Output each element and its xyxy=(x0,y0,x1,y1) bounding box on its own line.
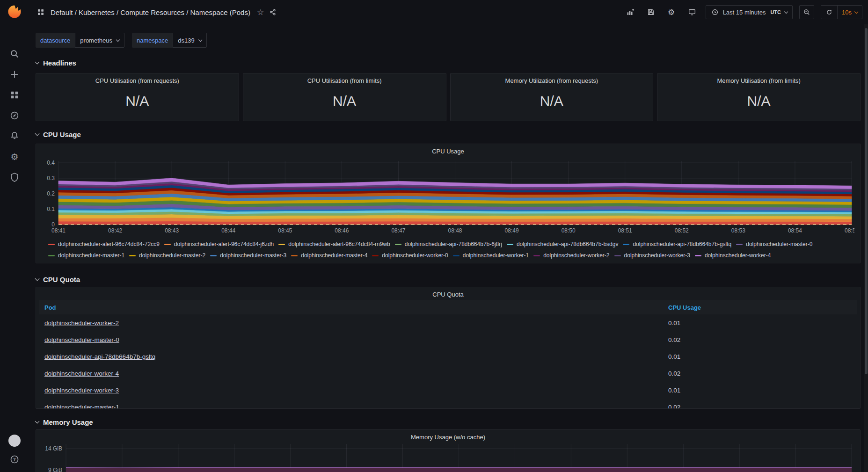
svg-text:08:51: 08:51 xyxy=(618,227,632,234)
dashboards-icon[interactable] xyxy=(9,90,20,100)
clock-icon xyxy=(711,8,719,16)
section-header-cpu-usage[interactable]: CPU Usage xyxy=(36,130,861,139)
legend-item[interactable]: dolphinscheduler-alert-96c74dc84-rn9wb xyxy=(278,239,390,250)
zoom-out-button[interactable] xyxy=(799,5,814,19)
breadcrumb[interactable]: Default / Kubernetes / Compute Resources… xyxy=(51,8,250,16)
legend-series-label: dolphinscheduler-master-4 xyxy=(301,250,367,261)
cpu-usage-cell: 0.02 xyxy=(668,370,857,377)
memory-usage-chart[interactable]: 14 GiB9 GiB xyxy=(42,443,854,472)
scrollbar-thumb[interactable] xyxy=(865,28,868,374)
stat-panel-mem-limits[interactable]: Memory Utilisation (from limits) N/A xyxy=(657,73,861,121)
add-panel-button[interactable] xyxy=(623,5,637,19)
stat-value: N/A xyxy=(747,93,771,109)
legend-item[interactable]: dolphinscheduler-master-3 xyxy=(210,250,286,261)
pod-link[interactable]: dolphinscheduler-worker-4 xyxy=(44,370,119,377)
tv-kiosk-button[interactable] xyxy=(685,5,699,19)
legend-item[interactable]: dolphinscheduler-master-0 xyxy=(736,239,812,250)
panel-title[interactable]: Memory Utilisation (from limits) xyxy=(717,73,800,87)
pod-link[interactable]: dolphinscheduler-api-78db664b7b-gsltq xyxy=(44,353,155,360)
pod-cell: dolphinscheduler-worker-3 xyxy=(39,387,668,394)
variable-datasource[interactable]: datasource prometheus xyxy=(36,33,124,48)
panel-title[interactable]: CPU Usage xyxy=(42,144,854,157)
legend-item[interactable]: dolphinscheduler-alert-96c74dc84-j6zdh xyxy=(164,239,274,250)
admin-shield-icon[interactable] xyxy=(9,172,20,182)
panel-title[interactable]: CPU Quota xyxy=(39,287,857,300)
svg-text:0: 0 xyxy=(51,221,55,228)
panel-title[interactable]: CPU Utilisation (from requests) xyxy=(95,73,179,87)
refresh-interval-value: 10s xyxy=(842,9,852,16)
legend-item[interactable]: dolphinscheduler-worker-1 xyxy=(453,250,529,261)
share-icon[interactable] xyxy=(269,8,277,16)
legend-item[interactable]: dolphinscheduler-worker-4 xyxy=(695,250,771,261)
apps-grid-icon[interactable] xyxy=(36,8,45,16)
save-dashboard-button[interactable] xyxy=(644,5,658,19)
pod-link[interactable]: dolphinscheduler-worker-3 xyxy=(44,387,119,394)
plus-icon[interactable] xyxy=(9,69,20,80)
avatar[interactable] xyxy=(8,435,21,447)
panel-title[interactable]: CPU Utilisation (from limits) xyxy=(307,73,382,87)
stat-value: N/A xyxy=(125,93,149,109)
legend-item[interactable]: dolphinscheduler-api-78db664b7b-gsltq xyxy=(623,239,731,250)
legend-item[interactable]: dolphinscheduler-api-78db664b7b-bsdgv xyxy=(507,239,619,250)
stat-panel-cpu-limits[interactable]: CPU Utilisation (from limits) N/A xyxy=(243,73,446,121)
pod-link[interactable]: dolphinscheduler-master-0 xyxy=(44,336,119,343)
search-icon[interactable] xyxy=(9,49,20,59)
stat-panel-cpu-requests[interactable]: CPU Utilisation (from requests) N/A xyxy=(36,73,239,121)
explore-icon[interactable] xyxy=(9,110,20,121)
configuration-gear-icon[interactable]: ⚙ xyxy=(9,152,20,162)
dashboard-settings-button[interactable]: ⚙ xyxy=(664,5,678,19)
variable-value-dropdown[interactable]: ds139 xyxy=(173,33,206,48)
panel-title[interactable]: Memory Usage (w/o cache) xyxy=(42,430,854,443)
sidebar: ⚙ ? xyxy=(0,0,29,472)
chevron-down-icon xyxy=(784,9,788,13)
legend-series-marker xyxy=(533,255,540,256)
section-header-memory-usage[interactable]: Memory Usage xyxy=(36,417,861,427)
refresh-button[interactable] xyxy=(821,6,837,19)
cpu-usage-cell: 0.01 xyxy=(668,320,857,327)
legend-series-label: dolphinscheduler-worker-4 xyxy=(705,250,771,261)
section-title: Memory Usage xyxy=(43,418,93,426)
column-header-cpu-usage[interactable]: CPU Usage xyxy=(668,304,857,311)
pod-link[interactable]: dolphinscheduler-master-1 xyxy=(44,404,119,409)
refresh-interval-dropdown[interactable]: 10s xyxy=(837,6,862,19)
star-icon[interactable]: ☆ xyxy=(257,7,264,17)
legend-item[interactable]: dolphinscheduler-master-2 xyxy=(129,250,205,261)
svg-text:9 GiB: 9 GiB xyxy=(48,467,62,472)
legend-item[interactable]: dolphinscheduler-worker-2 xyxy=(533,250,609,261)
legend-series-label: dolphinscheduler-worker-1 xyxy=(463,250,529,261)
legend-item[interactable]: dolphinscheduler-alert-96c74dc84-72cc9 xyxy=(48,239,160,250)
section-header-cpu-quota[interactable]: CPU Quota xyxy=(36,275,861,284)
legend-series-marker xyxy=(372,255,379,256)
svg-text:08:46: 08:46 xyxy=(335,227,349,234)
time-range-picker[interactable]: Last 15 minutes UTC xyxy=(706,5,793,19)
chevron-down-icon xyxy=(35,419,40,423)
column-header-pod[interactable]: Pod xyxy=(39,304,668,311)
variable-namespace[interactable]: namespace ds139 xyxy=(132,33,207,48)
table-row: dolphinscheduler-master-00.02 xyxy=(39,331,857,348)
svg-text:08:44: 08:44 xyxy=(221,227,235,234)
variable-value-dropdown[interactable]: prometheus xyxy=(75,33,124,48)
legend-item[interactable]: dolphinscheduler-master-4 xyxy=(291,250,367,261)
legend-item[interactable]: dolphinscheduler-master-1 xyxy=(48,250,124,261)
legend-item[interactable]: dolphinscheduler-worker-3 xyxy=(614,250,690,261)
pod-link[interactable]: dolphinscheduler-worker-2 xyxy=(44,320,119,327)
table-row: dolphinscheduler-worker-20.01 xyxy=(39,314,857,331)
variable-label: namespace xyxy=(132,33,173,48)
stat-panel-mem-requests[interactable]: Memory Utilization (from requests) N/A xyxy=(450,73,654,121)
legend-item[interactable]: dolphinscheduler-worker-0 xyxy=(372,250,448,261)
svg-text:?: ? xyxy=(13,457,16,462)
section-header-headlines[interactable]: Headlines xyxy=(36,58,861,67)
legend-series-label: dolphinscheduler-worker-3 xyxy=(624,250,690,261)
stat-value: N/A xyxy=(333,93,356,109)
timezone-label: UTC xyxy=(770,9,781,15)
panel-title[interactable]: Memory Utilization (from requests) xyxy=(505,73,598,87)
legend-item[interactable]: dolphinscheduler-api-78db664b7b-6j8rj xyxy=(395,239,502,250)
legend-series-label: dolphinscheduler-master-1 xyxy=(58,250,124,261)
cpu-usage-chart[interactable]: 00.10.20.30.408:4108:4208:4308:4408:4508… xyxy=(42,157,854,238)
svg-text:0.3: 0.3 xyxy=(47,175,55,182)
grafana-logo[interactable] xyxy=(7,4,22,20)
help-icon[interactable]: ? xyxy=(9,454,20,465)
legend-series-marker xyxy=(623,244,629,245)
alerting-icon[interactable] xyxy=(9,131,20,141)
scrollbar-track[interactable] xyxy=(864,24,868,472)
